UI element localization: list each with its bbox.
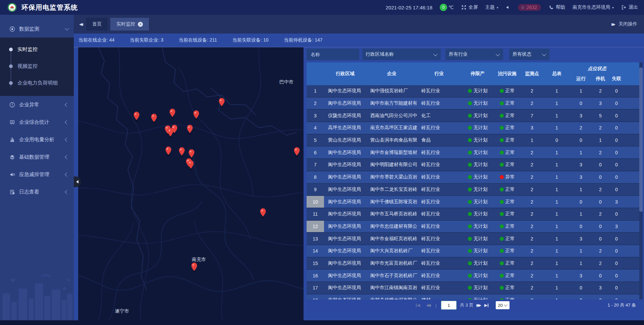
scrollbar-thumb[interactable] [639, 67, 643, 212]
cell-facility-status: 正常 [494, 134, 520, 146]
cell-limit-status: 无计划 [461, 245, 494, 257]
table-row[interactable]: 18南部生态环境局南部县雄狮水泥有限公建材无计划正常21030 [307, 294, 641, 300]
table-row[interactable]: 17阆中生态环境局阆中市江南镇阆南页岩砖瓦行业无计划正常21030 [307, 282, 641, 294]
cell-company: 阆中大兴页岩机砖厂 [366, 245, 417, 257]
region-select-value: 行政区域名称 [366, 51, 394, 57]
speaker-muted-icon[interactable] [506, 5, 511, 10]
cell-facility-label: 正常 [505, 100, 515, 106]
table-row[interactable]: 13阆中生态环境局阆中市金福旺页岩机砖砖瓦行业无计划正常21300 [307, 233, 641, 245]
map-city-label: 巴中市 [279, 79, 293, 85]
notification-badge[interactable]: 2632 [518, 4, 541, 11]
header-datetime: 2021-02-25 17:46:18 [386, 5, 432, 10]
cell-facility-label: 正常 [505, 260, 515, 266]
sidebar-item[interactable]: 数据监测 [0, 20, 74, 38]
cell-points: 2 [520, 245, 544, 257]
status-dot-green [500, 200, 504, 204]
sidebar-item[interactable]: 企业异常 [0, 96, 74, 113]
cell-limit-status: 无计划 [461, 233, 494, 245]
table-row[interactable]: 9阆中生态环境局阆中市二龙长宝页岩砖砖瓦行业无计划正常21120 [307, 184, 641, 196]
table-row[interactable]: 3仪陇生态环境局西南油气田分公司川中化工无计划正常71350 [307, 110, 641, 122]
cell-industry: 砖瓦行业 [417, 159, 461, 171]
table-row[interactable]: 16阆中生态环境局阆中市石子页岩机砖厂砖瓦行业无计划正常21300 [307, 270, 641, 282]
fullscreen-button[interactable]: 全屏 [461, 4, 478, 10]
cell-stop: 0 [592, 221, 608, 232]
cell-meters: 1 [544, 122, 570, 134]
tab-close-icon[interactable]: × [138, 22, 143, 27]
table-row[interactable]: 14阆中生态环境局阆中大兴页岩机砖厂砖瓦行业无计划正常21120 [307, 245, 641, 258]
cell-facility-label: 正常 [505, 273, 515, 279]
page-number-input[interactable] [441, 301, 457, 310]
cell-industry: 砖瓦行业 [417, 184, 461, 196]
table-row[interactable]: 11阆中生态环境局阆中市五马桥页岩机砖砖瓦行业无计划正常21120 [307, 208, 641, 221]
sidebar-item[interactable]: 日志查看 [0, 183, 74, 201]
org-dropdown[interactable]: 南充市生态环境局▾ [573, 4, 614, 10]
stats-bar: 当前在线企业: 44当前失联企业: 3当前在线设备: 211当前失联设备: 10… [74, 34, 644, 47]
status-dot-green [500, 151, 504, 155]
status-dot-green [500, 89, 504, 93]
chevron-down-icon [496, 52, 500, 56]
cell-region: 阆中生态环境局 [324, 184, 366, 196]
sidebar-item[interactable]: 企业综合统计 [0, 113, 74, 131]
table-row[interactable]: 15阆中生态环境局阆中市光富页岩机砖厂砖瓦行业无计划正常21120 [307, 258, 641, 270]
cell-stop: 0 [592, 196, 608, 208]
logout-icon [621, 5, 627, 10]
stats-icon [9, 119, 15, 125]
cell-facility-status: 正常 [494, 258, 520, 269]
prev-page-button[interactable]: ◀◀ [426, 303, 431, 308]
last-page-button[interactable]: ▶ [484, 303, 489, 308]
table-row[interactable]: 4高坪生态环境局南充市高坪区王家店建砖瓦行业无计划正常31220 [307, 122, 641, 134]
sidebar-item[interactable]: 基础数据管理 [0, 148, 74, 166]
table-row[interactable]: 6阆中生态环境局阆中市金博瑞新型墙材砖瓦行业无计划正常21120 [307, 147, 641, 159]
chevron-left-icon [65, 155, 69, 159]
sidebar-subitem-label: 实时监控 [17, 46, 38, 53]
sidebar-subitem[interactable]: 实时监控 [0, 41, 74, 58]
name-search-input-box[interactable] [307, 49, 359, 60]
submenu-dot-icon [9, 48, 13, 51]
next-page-button[interactable]: ▶▶ [477, 303, 481, 308]
help-button[interactable]: 帮助 [548, 4, 565, 10]
table-row[interactable]: 7阆中生态环境局阆中明阳建材有限公司砖瓦行业无计划正常21300 [307, 159, 641, 171]
cell-lost: 0 [608, 208, 625, 220]
table-row[interactable]: 2阆中生态环境局阆中市南方节能建材有砖瓦行业无计划正常21030 [307, 98, 641, 110]
table-row[interactable]: 1阆中生态环境局阆中强锐页岩砖厂砖瓦行业无计划正常21120 [307, 85, 641, 98]
sidebar-subitem[interactable]: 企业电力负荷明细 [0, 74, 74, 91]
cell-facility-status: 正常 [494, 270, 520, 281]
page-size-select[interactable]: 20 [496, 301, 509, 309]
sidebar-item[interactable]: 应急减排管理 [0, 166, 74, 183]
sidebar-item-label: 企业综合统计 [19, 119, 65, 125]
submenu-dot-icon [9, 81, 13, 85]
status-dot-green [500, 138, 504, 142]
tab-active[interactable]: 实时监控× [110, 18, 149, 31]
cell-region: 阆中生态环境局 [324, 85, 366, 97]
logout-button[interactable]: 退出 [621, 4, 638, 10]
tabs-scroll-left-icon[interactable]: ◀◀ [74, 22, 86, 26]
first-page-button[interactable]: ◀ [416, 303, 420, 308]
temperature-value: 0 [440, 4, 447, 11]
cell-stop: 5 [592, 110, 608, 121]
table-row[interactable]: 12阆中生态环境局阆中市忠信建材有限公砖瓦行业无计划正常21003 [307, 221, 641, 233]
industry-select[interactable]: 所有行业 [445, 49, 503, 60]
theme-dropdown[interactable]: 主题▾ [485, 4, 498, 10]
region-select[interactable]: 行政区域名称 [362, 49, 441, 60]
close-operations-button[interactable]: 关闭操作 [619, 21, 637, 27]
sidebar-item[interactable]: 企业用电量分析 [0, 131, 74, 148]
map[interactable]: 巴中市南充市遂宁市 [78, 47, 304, 320]
table-row[interactable]: 10阆中生态环境局阆中千佛镇五郎垭页岩砖瓦行业无计划正常21003 [307, 196, 641, 208]
cell-run: 3 [570, 270, 592, 281]
tabs-scroll-right-icon[interactable]: ▶▶ [606, 22, 619, 26]
table-row[interactable]: 5营山生态环境局营山县润丰肉食品有限食品无计划正常10010 [307, 134, 641, 147]
cell-lost: 0 [608, 245, 625, 257]
status-select[interactable]: 所有状态 [509, 49, 549, 60]
chevron-left-icon [65, 120, 69, 124]
table-scrollbar[interactable] [639, 62, 643, 300]
cell-lost: 3 [608, 196, 625, 208]
cell-limit-status: 无计划 [461, 270, 494, 281]
cell-points: 2 [520, 147, 544, 158]
row-index: 3 [307, 110, 324, 121]
sidebar-subitem[interactable]: 视频监控 [0, 58, 74, 74]
tab-item[interactable]: 首页 [86, 18, 108, 31]
cell-industry: 建材 [417, 294, 461, 300]
name-search-input[interactable] [310, 51, 356, 57]
temperature-indicator: 0 ℃ [440, 4, 454, 11]
table-row[interactable]: 8阆中生态环境局阆中市枣碧大梁山页岩砖瓦行业无计划异常21300 [307, 171, 641, 184]
